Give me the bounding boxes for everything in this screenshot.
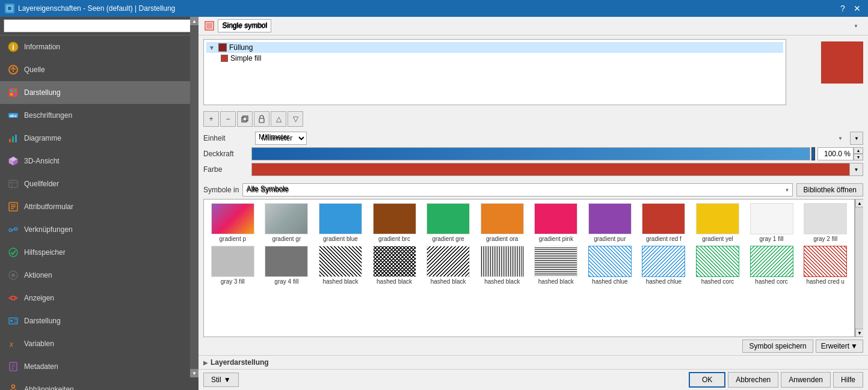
sidebar-item-diagramme[interactable]: Diagramme	[0, 127, 199, 150]
stil-button[interactable]: Stil ▼	[203, 373, 239, 387]
deckkraft-input[interactable]	[817, 147, 854, 160]
sidebar-scroll-up[interactable]: ▲	[190, 17, 199, 25]
symbol-cell-9[interactable]: gradient yel	[691, 202, 744, 243]
sidebar-label-darstellung: Darstellung	[24, 88, 61, 97]
svg-point-33	[10, 320, 13, 322]
erweitert-btn[interactable]: Erweitert ▼	[816, 340, 863, 353]
deckkraft-row: Deckkraft ▲ ▼	[203, 147, 863, 160]
symbol-tree-area: ▼ Füllung Simple fill	[199, 35, 868, 109]
einheit-dropdown-btn[interactable]: ▼	[850, 132, 863, 145]
sidebar-item-darstellung[interactable]: Darstellung	[0, 81, 199, 104]
sidebar-item-darstellung2[interactable]: Darstellung	[0, 309, 199, 332]
symbol-cell-22[interactable]: hashed corc	[745, 245, 798, 286]
sidebar-item-quelle[interactable]: Quelle	[0, 58, 199, 81]
bibliothek-btn[interactable]: Bibliothek öffnen	[796, 183, 863, 197]
symbol-type-dropdown[interactable]: Single symbol	[218, 19, 271, 32]
sidebar-scrollbar[interactable]: ▲ ▼	[190, 17, 199, 377]
window-title: Layereigenschaften - Seen (default) | Da…	[18, 4, 175, 13]
bottom-bar: Stil ▼ OK Abbrechen Anwenden Hilfe	[199, 369, 868, 390]
svg-rect-9	[14, 93, 16, 96]
deckkraft-bar[interactable]	[251, 147, 810, 160]
close-button[interactable]: ✕	[851, 2, 863, 14]
symbols-scroll-down[interactable]: ▼	[855, 329, 863, 337]
display-icon	[7, 292, 19, 304]
symbol-cell-15[interactable]: hashed black	[368, 245, 421, 286]
sidebar-label-diagramme: Diagramme	[24, 134, 61, 142]
bottom-right: OK Abbrechen Anwenden Hilfe	[689, 372, 863, 388]
deckkraft-down[interactable]: ▼	[854, 154, 863, 160]
help-button[interactable]: ?	[837, 2, 849, 14]
symbol-cell-6[interactable]: gradient pink	[529, 202, 582, 243]
sidebar-item-variablen[interactable]: x Variablen	[0, 332, 199, 355]
tree-item-simplefill[interactable]: Simple fill	[206, 53, 783, 64]
symbols-scroll-up[interactable]: ▲	[855, 199, 863, 207]
tree-color-simplefill	[221, 55, 228, 62]
sidebar-item-quellfelder[interactable]: Quellfelder	[0, 172, 199, 195]
sidebar-item-metadaten[interactable]: Metadaten	[0, 355, 199, 378]
svg-rect-27	[14, 228, 17, 230]
farbe-dropdown-btn[interactable]: ▼	[850, 163, 863, 176]
symbol-cell-13[interactable]: gray 4 fill	[260, 245, 313, 286]
symbol-cell-16[interactable]: hashed black	[422, 245, 475, 286]
einheit-label: Einheit	[203, 134, 251, 142]
svg-rect-13	[12, 136, 14, 142]
symbol-cell-7[interactable]: gradient pur	[583, 202, 636, 243]
symbol-preview	[791, 39, 863, 105]
symbol-cell-14[interactable]: hashed black	[314, 245, 367, 286]
bottom-left: Stil ▼	[203, 373, 239, 387]
ok-button[interactable]: OK	[689, 372, 725, 388]
sidebar-item-attributformular[interactable]: Attributformular	[0, 195, 199, 218]
symbol-cell-4[interactable]: gradient gre	[422, 202, 475, 243]
tool-lock-button[interactable]	[254, 111, 269, 127]
symbol-cell-18[interactable]: hashed black	[529, 245, 582, 286]
tree-expand-icon: ▼	[209, 44, 216, 51]
hilfe-button[interactable]: Hilfe	[833, 372, 863, 388]
sidebar-item-abhangigkeiten[interactable]: Abhängigkeiten	[0, 378, 199, 390]
symbol-cell-8[interactable]: gradient red f	[638, 202, 691, 243]
svg-rect-26	[9, 229, 12, 231]
symbol-cell-3[interactable]: gradient brc	[368, 202, 421, 243]
tool-duplicate-button[interactable]	[237, 111, 253, 127]
sidebar-item-beschriftungen[interactable]: abc Beschriftungen	[0, 104, 199, 127]
tool-up-button[interactable]: △	[271, 111, 286, 127]
symbol-cell-10[interactable]: gray 1 fill	[745, 202, 798, 243]
symbol-cell-1[interactable]: gradient gr	[260, 202, 313, 243]
tool-remove-button[interactable]: −	[220, 111, 236, 127]
symbol-cell-19[interactable]: hashed chlue	[583, 245, 636, 286]
sidebar-item-anzeigen[interactable]: Anzeigen	[0, 287, 199, 309]
abbrechen-button[interactable]: Abbrechen	[728, 372, 778, 388]
symbole-dropdown[interactable]: Alle Symbole	[242, 183, 793, 197]
symbol-cell-2[interactable]: gradient blue	[314, 202, 367, 243]
tree-item-fullung[interactable]: ▼ Füllung	[206, 42, 783, 53]
anwenden-button[interactable]: Anwenden	[781, 372, 831, 388]
sidebar-label-aktionen: Aktionen	[24, 271, 52, 279]
sidebar-scroll-down[interactable]: ▼	[190, 369, 199, 377]
symbol-cell-11[interactable]: gray 2 fill	[799, 202, 852, 243]
symbol-cell-21[interactable]: hashed corc	[691, 245, 744, 286]
symbol-cell-20[interactable]: hashed chlue	[638, 245, 691, 286]
symbol-cell-12[interactable]: gray 3 fill	[206, 245, 259, 286]
svg-rect-8	[10, 93, 13, 96]
sidebar-item-aktionen[interactable]: Aktionen	[0, 264, 199, 287]
properties-section: Einheit Millimeter Millimeter ▼ Deckkraf…	[199, 129, 868, 181]
deckkraft-up[interactable]: ▲	[854, 147, 863, 154]
symbol-type-row: Single symbol Single symbol	[199, 17, 868, 35]
tool-down-button[interactable]: ▽	[288, 111, 303, 127]
symbol-speichern-btn[interactable]: Symbol speichern	[742, 340, 813, 353]
search-input[interactable]	[4, 19, 195, 32]
symbol-cell-0[interactable]: gradient p	[206, 202, 259, 243]
svg-rect-7	[14, 90, 16, 92]
sidebar-item-hilfsspeicher[interactable]: Hilfsspeicher	[0, 241, 199, 264]
sidebar-item-verknupfungen[interactable]: Verknüpfungen	[0, 218, 199, 241]
symbols-grid: gradient pgradient grgradient bluegradie…	[203, 199, 855, 337]
sidebar-item-information[interactable]: i Information	[0, 35, 199, 58]
symbol-cell-23[interactable]: hashed cred u	[799, 245, 852, 286]
symbol-cell-5[interactable]: gradient ora	[476, 202, 529, 243]
farbe-bar[interactable]	[251, 163, 850, 176]
sidebar-item-3d[interactable]: 3D-Ansicht	[0, 150, 199, 172]
symbols-scrollbar[interactable]: ▲ ▼	[855, 199, 863, 337]
svg-text:x: x	[9, 340, 14, 349]
symbol-cell-17[interactable]: hashed black	[476, 245, 529, 286]
einheit-dropdown[interactable]: Millimeter	[255, 132, 307, 145]
tool-add-button[interactable]: +	[203, 111, 219, 127]
